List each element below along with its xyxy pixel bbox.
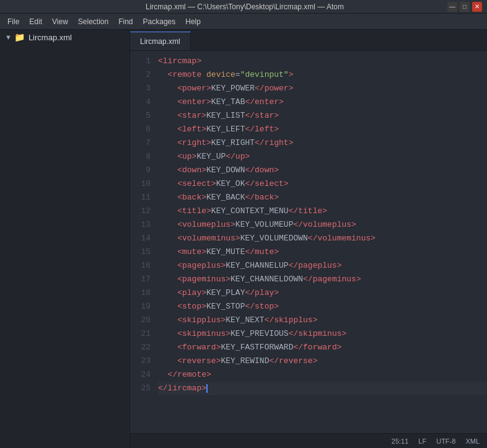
- code-line: <select>KEY_OK</select>: [158, 177, 487, 191]
- code-line: <skipminus>KEY_PREVIOUS</skipminus>: [158, 327, 487, 341]
- code-line: <back>KEY_BACK</back>: [158, 191, 487, 204]
- code-content[interactable]: <lircmap> <remote device="devinput"> <po…: [158, 53, 487, 431]
- code-line: <right>KEY_RIGHT</right>: [158, 136, 487, 150]
- maximize-button[interactable]: □: [460, 2, 470, 12]
- charset: UTF-8: [436, 437, 455, 445]
- cursor-position: 25:11: [392, 437, 409, 445]
- menu-bar: File Edit View Selection Find Packages H…: [0, 14, 487, 30]
- sidebar-file-item[interactable]: ▼ 📁 Lircmap.xml: [0, 30, 129, 45]
- code-line: <pageplus>KEY_CHANNELUP</pageplus>: [158, 259, 487, 273]
- code-line: <volumeplus>KEY_VOLUMEUP</volumeplus>: [158, 218, 487, 232]
- expand-arrow: ▼: [5, 33, 12, 41]
- main-area: ▼ 📁 Lircmap.xml Lircmap.xml 123456789101…: [0, 30, 487, 448]
- code-line: <mute>KEY_MUTE</mute>: [158, 245, 487, 259]
- menu-packages[interactable]: Packages: [138, 16, 181, 27]
- code-line: <play>KEY_PLAY</play>: [158, 286, 487, 300]
- editor-area: Lircmap.xml 1234567891011121314151617181…: [130, 30, 487, 448]
- code-editor[interactable]: 1234567891011121314151617181920212223242…: [130, 51, 487, 433]
- code-line: <forward>KEY_FASTFORWARD</forward>: [158, 341, 487, 354]
- close-button[interactable]: ✕: [472, 2, 482, 12]
- code-line: </lircmap>: [158, 382, 487, 395]
- code-line: <power>KEY_POWER</power>: [158, 82, 487, 95]
- folder-icon: 📁: [14, 32, 25, 42]
- code-line: <stop>KEY_STOP</stop>: [158, 300, 487, 314]
- menu-selection[interactable]: Selection: [73, 16, 113, 27]
- window-controls[interactable]: — □ ✕: [447, 2, 482, 12]
- menu-file[interactable]: File: [2, 16, 24, 27]
- minimize-button[interactable]: —: [447, 2, 457, 12]
- line-ending: LF: [418, 437, 426, 445]
- code-line: <up>KEY_UP</up>: [158, 150, 487, 164]
- code-line: <lircmap>: [158, 55, 487, 68]
- menu-find[interactable]: Find: [113, 16, 138, 27]
- status-bar: 25:11 LF UTF-8 XML: [130, 433, 487, 448]
- code-line: <left>KEY_LEFT</left>: [158, 123, 487, 136]
- code-line: <title>KEY_CONTEXT_MENU</title>: [158, 204, 487, 218]
- code-line: <star>KEY_LIST</star>: [158, 109, 487, 123]
- sidebar-file-name: Lircmap.xml: [29, 33, 72, 42]
- code-line: <enter>KEY_TAB</enter>: [158, 95, 487, 109]
- menu-help[interactable]: Help: [180, 16, 206, 27]
- menu-view[interactable]: View: [47, 16, 73, 27]
- file-type: XML: [465, 437, 480, 445]
- menu-edit[interactable]: Edit: [24, 16, 47, 27]
- sidebar: ▼ 📁 Lircmap.xml: [0, 30, 130, 448]
- tab-bar: Lircmap.xml: [130, 30, 487, 51]
- code-line: <down>KEY_DOWN</down>: [158, 164, 487, 177]
- code-line: <pageminus>KEY_CHANNELDOWN</pageminus>: [158, 273, 487, 286]
- code-line: <volumeminus>KEY_VOLUMEDOWN</volumeminus…: [158, 232, 487, 245]
- code-line: </remote>: [158, 368, 487, 382]
- code-line: <reverse>KEY_REWIND</reverse>: [158, 354, 487, 368]
- code-line: <skipplus>KEY_NEXT</skipplus>: [158, 314, 487, 327]
- window-title: Lircmap.xml — C:\Users\Tony\Desktop\Lirc…: [42, 2, 447, 11]
- tab-lircmap[interactable]: Lircmap.xml: [130, 32, 191, 50]
- code-line: <remote device="devinput">: [158, 68, 487, 82]
- title-bar: Lircmap.xml — C:\Users\Tony\Desktop\Lirc…: [0, 0, 487, 14]
- line-numbers: 1234567891011121314151617181920212223242…: [130, 53, 158, 431]
